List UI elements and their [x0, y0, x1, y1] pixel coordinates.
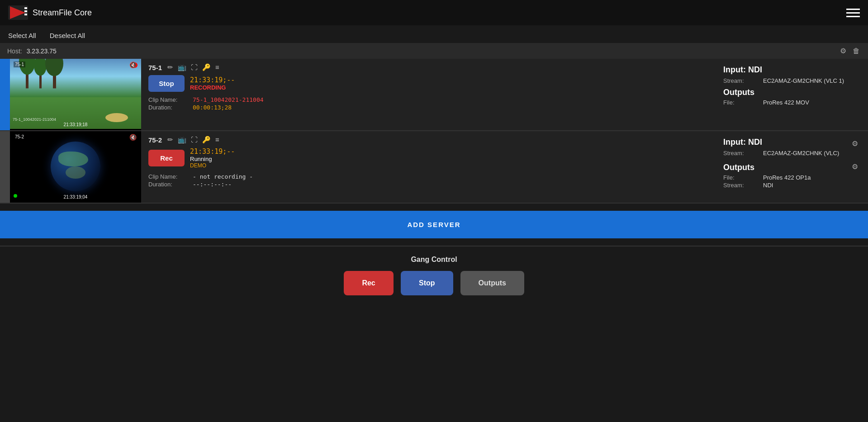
golf-clip-label: 75-1_10042021-211004: [13, 117, 56, 122]
channel-2-expand-icon[interactable]: ⛶: [191, 136, 198, 144]
channel-right-2: Input: NDI ⚙ Stream: EC2AMAZ-GM2CHNK (VL…: [714, 131, 868, 203]
channel-row-1: 75-1 21:33:19;18 75-1_10042021-211004 🔇 …: [0, 59, 868, 131]
channel-2-running-status: Running: [190, 156, 235, 162]
channel-monitor-icon[interactable]: 📺: [178, 63, 186, 71]
channel-key-icon[interactable]: 🔑: [202, 63, 211, 71]
duration-value-2: --:--:--:--: [193, 181, 707, 188]
golf-trees-svg: [17, 59, 142, 102]
gang-buttons: Rec Stop Outputs: [0, 271, 868, 295]
file-label-1: File:: [723, 99, 759, 106]
clip-info-2: Clip Name: - not recording - Duration: -…: [148, 173, 707, 188]
channel-1-status: 21:33:19;-- RECORDING: [190, 76, 235, 91]
server-block: Host: 3.23.23.75 ⚙ 🗑: [0, 43, 868, 204]
golf-preview: 75-1 21:33:19;18 75-1_10042021-211004: [10, 59, 141, 129]
input-header-2: Input: NDI ⚙: [723, 138, 859, 150]
host-label: Host:: [7, 47, 22, 55]
golf-channel-label: 75-1: [14, 62, 25, 67]
timecode-row-2: Rec 21:33:19;-- Running DEMO: [148, 147, 707, 169]
channel-selector-1[interactable]: [0, 59, 10, 130]
app-header: StreamFile Core: [0, 0, 868, 25]
stream-info-2: Stream: EC2AMAZ-GM2CHNK (VLC): [723, 150, 859, 156]
channel-2-demo-status: DEMO: [190, 162, 235, 169]
golf-sand-trap: [105, 113, 128, 122]
channel-row-2: 75-2 21:33:19;04 🔇 75-2 ✏ 📺 ⛶ 🔑 ≡ Rec: [0, 131, 868, 204]
file-value-2: ProRes 422 OP1a: [763, 174, 859, 181]
channel-1-volume-button[interactable]: 🔇: [128, 62, 138, 68]
channel-2-input-settings-button[interactable]: ⚙: [851, 139, 859, 148]
logo-area: StreamFile Core: [8, 5, 92, 21]
outputs-title-2: Outputs: [723, 163, 754, 172]
earth-status-dot: [14, 194, 17, 198]
svg-point-8: [34, 59, 47, 76]
timecode-row-1: Stop 21:33:19;-- RECORDING: [148, 75, 707, 92]
clip-name-label-1: Clip Name:: [148, 96, 189, 103]
clip-name-value-2: - not recording -: [193, 173, 707, 180]
server-delete-button[interactable]: 🗑: [852, 47, 861, 55]
svg-rect-3: [24, 10, 27, 12]
hamburger-line-1: [846, 9, 860, 10]
channel-2-edit-icon[interactable]: ✏: [167, 136, 173, 144]
gang-control-title: Gang Control: [0, 256, 868, 264]
channel-name-2: 75-2: [148, 136, 162, 144]
channel-1-timecode: 21:33:19;--: [190, 76, 235, 84]
stream-label-2: Stream:: [723, 150, 759, 156]
stream-info-1: Stream: EC2AMAZ-GM2CHNK (VLC 1): [723, 77, 859, 84]
select-all-button[interactable]: Select All: [8, 32, 36, 39]
channel-name-row-2: 75-2 ✏ 📺 ⛶ 🔑 ≡: [148, 136, 707, 144]
deselect-all-button[interactable]: Deselect All: [50, 32, 85, 39]
gang-rec-button[interactable]: Rec: [344, 271, 394, 295]
channel-preview-1: 75-1 21:33:19;18 75-1_10042021-211004 🔇: [10, 59, 141, 130]
channel-2-volume-button[interactable]: 🔇: [128, 134, 138, 141]
gang-control: Gang Control Rec Stop Outputs: [0, 247, 868, 309]
stream-out-label-2: Stream:: [723, 182, 759, 189]
file-label-2: File:: [723, 174, 759, 181]
server-header: Host: 3.23.23.75 ⚙ 🗑: [0, 43, 868, 59]
svg-point-10: [45, 59, 63, 76]
duration-label-1: Duration:: [148, 104, 189, 111]
svg-rect-4: [24, 14, 27, 15]
channel-edit-icon[interactable]: ✏: [167, 63, 173, 71]
stream-value-2: EC2AMAZ-GM2CHNK (VLC): [763, 150, 859, 156]
host-value: 3.23.23.75: [27, 47, 835, 55]
channel-2-outputs-settings-button[interactable]: ⚙: [851, 162, 859, 171]
channel-menu-icon[interactable]: ≡: [215, 63, 219, 71]
menu-button[interactable]: [846, 9, 860, 17]
add-server-button[interactable]: ADD SERVER: [0, 211, 868, 238]
gang-stop-button[interactable]: Stop: [401, 271, 453, 295]
channel-1-stop-button[interactable]: Stop: [148, 75, 185, 92]
input-type-1: Input: NDI: [723, 65, 859, 75]
channel-selector-2[interactable]: [0, 131, 10, 203]
channel-right-1: Input: NDI Stream: EC2AMAZ-GM2CHNK (VLC …: [714, 59, 868, 130]
channel-2-menu-icon[interactable]: ≡: [215, 136, 219, 144]
input-type-2: Input: NDI: [723, 138, 762, 147]
channel-2-timecode: 21:33:19;--: [190, 147, 235, 156]
outputs-title-1: Outputs: [723, 88, 859, 97]
channel-info-2: 75-2 ✏ 📺 ⛶ 🔑 ≡ Rec 21:33:19;-- Running D…: [141, 131, 714, 203]
earth-preview: 75-2 21:33:19;04: [10, 131, 141, 201]
golf-timecode: 21:33:19;18: [64, 122, 88, 127]
app-logo-icon: [8, 5, 28, 21]
earth-channel-label: 75-2: [14, 134, 25, 140]
hamburger-line-2: [846, 12, 860, 14]
duration-value-1: 00:00:13;28: [193, 104, 707, 111]
earth-sphere: [51, 142, 100, 191]
channel-2-key-icon[interactable]: 🔑: [202, 136, 211, 144]
channel-2-rec-button[interactable]: Rec: [148, 150, 185, 166]
channel-2-monitor-icon[interactable]: 📺: [178, 136, 186, 144]
stream-label-1: Stream:: [723, 77, 759, 84]
gang-outputs-button[interactable]: Outputs: [460, 271, 524, 295]
stream-out-value-2: NDI: [763, 182, 859, 189]
channel-name-row-1: 75-1 ✏ 📺 ⛶ 🔑 ≡: [148, 63, 707, 71]
clip-name-value-1: 75-1_10042021-211004: [193, 96, 707, 103]
clip-info-1: Clip Name: 75-1_10042021-211004 Duration…: [148, 96, 707, 111]
stream-value-1: EC2AMAZ-GM2CHNK (VLC 1): [763, 77, 859, 84]
outputs-row-1: File: ProRes 422 MOV: [723, 99, 859, 106]
server-settings-button[interactable]: ⚙: [839, 47, 847, 55]
server-header-icons: ⚙ 🗑: [839, 47, 861, 55]
app-title: StreamFile Core: [33, 8, 92, 18]
channel-expand-icon[interactable]: ⛶: [191, 63, 198, 71]
channel-name-1: 75-1: [148, 64, 162, 71]
duration-label-2: Duration:: [148, 181, 189, 188]
hamburger-line-3: [846, 16, 860, 17]
file-value-1: ProRes 422 MOV: [763, 99, 859, 106]
